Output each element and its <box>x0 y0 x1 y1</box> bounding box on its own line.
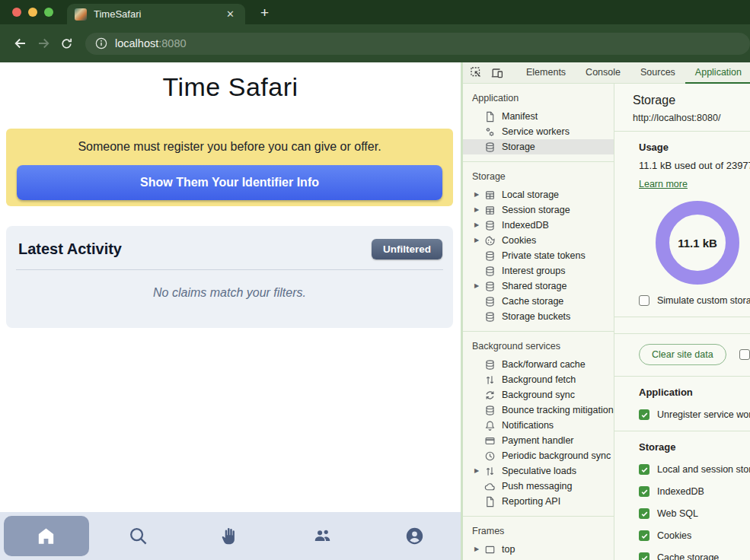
tree-item-shared-storage[interactable]: ▶Shared storage <box>463 278 614 294</box>
checked-checkbox-icon[interactable] <box>639 552 649 560</box>
expander-triangle-icon[interactable]: ▶ <box>474 233 484 248</box>
latest-activity-title: Latest Activity <box>18 240 122 258</box>
tree-item-storage-buckets[interactable]: Storage buckets <box>463 309 614 324</box>
tree-item-label: Local storage <box>502 189 559 200</box>
tree-item-bounce-tracking-mitigation[interactable]: Bounce tracking mitigation <box>463 402 614 418</box>
tree-item-label: Storage <box>502 142 535 152</box>
devtools-tab-console[interactable]: Console <box>576 62 630 84</box>
inspect-element-icon[interactable] <box>470 66 484 80</box>
tree-item-label: Shared storage <box>502 281 566 291</box>
nav-item-search[interactable] <box>92 512 184 560</box>
tree-item-payment-handler[interactable]: Payment handler <box>463 433 614 448</box>
back-button[interactable] <box>9 32 32 55</box>
checked-checkbox-icon[interactable] <box>639 409 649 420</box>
empty-claims-message: No claims match your filters. <box>6 286 453 300</box>
checked-checkbox-icon[interactable] <box>639 530 649 541</box>
clear-site-data-button[interactable]: Clear site data <box>639 344 726 365</box>
sidebar-section-frames: Frames▶top <box>463 517 614 560</box>
checkbox-label: Cookies <box>657 530 691 541</box>
checked-checkbox-icon[interactable] <box>639 508 649 519</box>
tree-item-notifications[interactable]: Notifications <box>463 418 614 433</box>
reload-icon <box>59 37 74 51</box>
expander-triangle-icon[interactable]: ▶ <box>474 202 484 218</box>
hand-icon <box>220 526 241 546</box>
sync-icon <box>484 389 496 401</box>
tree-item-storage[interactable]: Storage <box>463 139 614 154</box>
tree-item-background-sync[interactable]: Background sync <box>463 387 614 402</box>
checked-checkbox-icon[interactable] <box>639 464 649 475</box>
traffic-lights <box>12 8 53 17</box>
tree-item-top[interactable]: ▶top <box>463 542 614 557</box>
check-local-and-session-stora[interactable]: Local and session stora <box>639 464 750 475</box>
tree-item-private-state-tokens[interactable]: Private state tokens <box>463 248 614 263</box>
nav-item-people[interactable] <box>276 512 369 560</box>
nav-item-hand[interactable] <box>184 512 276 560</box>
tree-item-periodic-background-sync[interactable]: Periodic background sync <box>463 448 614 463</box>
check-indexeddb[interactable]: IndexedDB <box>639 486 750 497</box>
tree-item-label: Push messaging <box>502 481 572 492</box>
check-unregister-service-wor[interactable]: Unregister service wor <box>639 409 750 420</box>
tree-item-label: Reporting API <box>502 496 560 507</box>
tree-item-back-forward-cache[interactable]: Back/forward cache <box>463 357 614 372</box>
search-icon <box>128 526 148 546</box>
learn-more-link[interactable]: Learn more <box>639 179 688 189</box>
devtools-tab-application[interactable]: Application <box>685 62 750 84</box>
tree-item-session-storage[interactable]: ▶Session storage <box>463 202 614 218</box>
bell-icon <box>484 419 496 431</box>
browser-tab[interactable]: TimeSafari ✕ <box>67 4 245 24</box>
expander-triangle-icon[interactable]: ▶ <box>474 218 484 233</box>
expander-triangle-icon[interactable]: ▶ <box>474 542 484 557</box>
new-tab-button[interactable]: + <box>256 5 273 21</box>
tree-item-speculative-loads[interactable]: ▶Speculative loads <box>463 463 614 479</box>
database-icon <box>484 358 496 371</box>
minimize-window-button[interactable] <box>28 8 37 17</box>
expander-triangle-icon[interactable]: ▶ <box>474 463 484 479</box>
tree-item-service-workers[interactable]: Service workers <box>463 124 614 139</box>
tree-item-indexeddb[interactable]: ▶IndexedDB <box>463 218 614 233</box>
check-cache-storage[interactable]: Cache storage <box>639 552 750 560</box>
storage-section-heading: Storage <box>639 441 750 453</box>
application-section-heading: Application <box>639 387 750 398</box>
sidebar-section-application: ApplicationManifestService workersStorag… <box>463 84 614 162</box>
tree-item-cache-storage[interactable]: Cache storage <box>463 294 614 309</box>
service-worker-icon <box>484 126 496 138</box>
nav-item-profile[interactable] <box>369 512 461 560</box>
tree-item-local-storage[interactable]: ▶Local storage <box>463 187 614 202</box>
devtools-tab-sources[interactable]: Sources <box>630 62 685 84</box>
tree-item-interest-groups[interactable]: Interest groups <box>463 263 614 278</box>
sidebar-section-title: Background services <box>463 339 614 357</box>
expander-triangle-icon[interactable]: ▶ <box>474 278 484 294</box>
tree-item-push-messaging[interactable]: Push messaging <box>463 479 614 494</box>
url-bar[interactable]: localhost:8080 <box>85 33 750 55</box>
unchecked-checkbox-icon[interactable] <box>739 349 750 360</box>
tree-item-label: Notifications <box>502 420 554 431</box>
usage-section: Usage 11.1 kB used out of 239779 Learn m… <box>614 132 750 317</box>
nav-item-home[interactable] <box>0 512 92 560</box>
tree-item-cookies[interactable]: ▶Cookies <box>463 233 614 248</box>
nav-active-pill[interactable] <box>4 516 89 556</box>
storage-checks-section: Storage Local and session storaIndexedDB… <box>614 431 750 560</box>
unchecked-checkbox-icon[interactable] <box>639 295 649 306</box>
database-icon <box>484 404 496 416</box>
zoom-window-button[interactable] <box>44 8 53 17</box>
reload-button[interactable] <box>55 32 78 55</box>
check-web-sql[interactable]: Web SQL <box>639 508 750 519</box>
device-toolbar-icon[interactable] <box>490 66 504 80</box>
simulate-custom-storage-checkbox[interactable]: Simulate custom storag <box>639 295 750 306</box>
close-window-button[interactable] <box>12 8 21 17</box>
tab-close-icon[interactable]: ✕ <box>223 7 238 21</box>
including-third-party-checkbox[interactable]: in <box>739 349 750 360</box>
forward-button[interactable] <box>32 32 55 55</box>
tree-item-manifest[interactable]: Manifest <box>463 109 614 124</box>
site-info-icon[interactable] <box>94 37 108 50</box>
tree-item-background-fetch[interactable]: Background fetch <box>463 372 614 387</box>
pane-title: Storage <box>633 94 750 107</box>
tree-item-reporting-api[interactable]: Reporting API <box>463 494 614 509</box>
check-cookies[interactable]: Cookies <box>639 530 750 541</box>
show-identifier-info-button[interactable]: Show Them Your Identifier Info <box>17 165 442 200</box>
expander-triangle-icon[interactable]: ▶ <box>474 187 484 202</box>
devtools-tab-elements[interactable]: Elements <box>516 62 576 84</box>
checked-checkbox-icon[interactable] <box>639 486 649 497</box>
application-checks-section: Application Unregister service wor <box>614 377 750 431</box>
unfiltered-button[interactable]: Unfiltered <box>372 239 442 259</box>
